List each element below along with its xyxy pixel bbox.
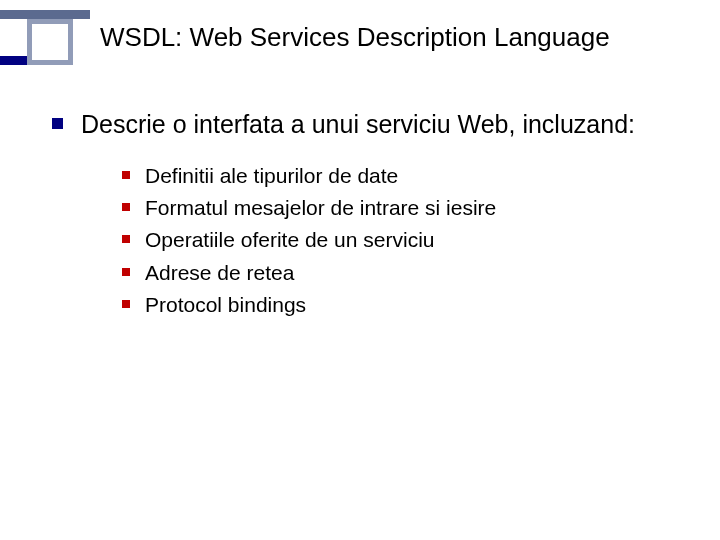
sub-point-text: Protocol bindings [145,291,306,319]
bullet-level2: Operatiile oferite de un serviciu [122,226,672,254]
decor-square [27,19,73,65]
bullet-level2: Adrese de retea [122,259,672,287]
decor-bar-top [0,10,90,19]
slide-title: WSDL: Web Services Description Language [100,22,710,53]
sub-point-text: Formatul mesajelor de intrare si iesire [145,194,496,222]
sub-point-list: Definitii ale tipurilor de date Formatul… [122,162,672,320]
sub-point-text: Definitii ale tipurilor de date [145,162,398,190]
square-bullet-icon [122,300,130,308]
bullet-level1: Descrie o interfata a unui serviciu Web,… [52,108,672,142]
sub-point-text: Operatiile oferite de un serviciu [145,226,434,254]
bullet-level2: Definitii ale tipurilor de date [122,162,672,190]
decor-bar-bottom [0,56,27,65]
square-bullet-icon [122,171,130,179]
bullet-level2: Protocol bindings [122,291,672,319]
main-point-text: Descrie o interfata a unui serviciu Web,… [81,108,635,142]
square-bullet-icon [122,235,130,243]
square-bullet-icon [122,268,130,276]
slide-content: Descrie o interfata a unui serviciu Web,… [52,108,672,323]
bullet-level2: Formatul mesajelor de intrare si iesire [122,194,672,222]
square-bullet-icon [52,118,63,129]
square-bullet-icon [122,203,130,211]
sub-point-text: Adrese de retea [145,259,294,287]
